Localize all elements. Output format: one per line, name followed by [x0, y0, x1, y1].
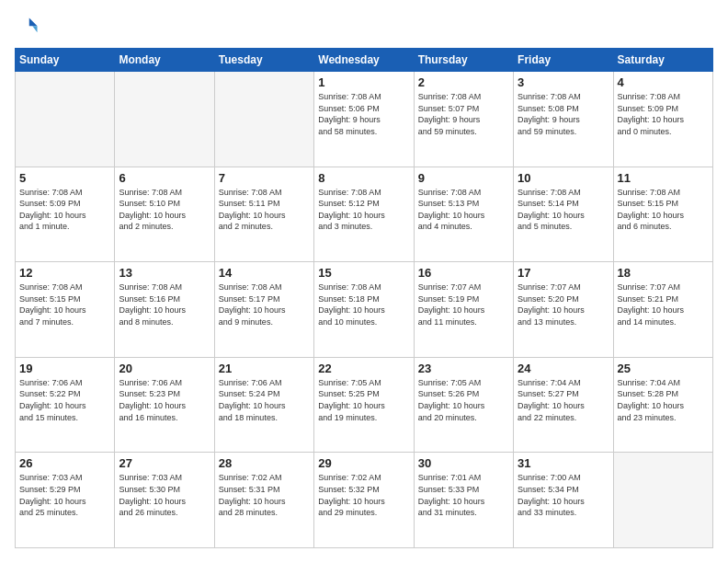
day-number: 1: [318, 75, 409, 89]
day-info: Sunrise: 7:08 AM Sunset: 5:09 PM Dayligh…: [19, 187, 110, 233]
weekday-wednesday: Wednesday: [314, 49, 414, 72]
calendar-cell: [613, 453, 712, 548]
calendar-cell: 30Sunrise: 7:01 AM Sunset: 5:33 PM Dayli…: [414, 453, 513, 548]
calendar-cell: 14Sunrise: 7:08 AM Sunset: 5:17 PM Dayli…: [214, 262, 313, 358]
calendar-cell: 22Sunrise: 7:05 AM Sunset: 5:25 PM Dayli…: [314, 357, 414, 453]
calendar-cell: 10Sunrise: 7:08 AM Sunset: 5:14 PM Dayli…: [514, 167, 613, 262]
svg-marker-0: [29, 18, 38, 27]
logo: [15, 15, 44, 40]
day-number: 2: [418, 75, 509, 89]
day-info: Sunrise: 7:08 AM Sunset: 5:18 PM Dayligh…: [318, 282, 409, 327]
day-info: Sunrise: 7:08 AM Sunset: 5:13 PM Dayligh…: [418, 187, 509, 233]
calendar-cell: 11Sunrise: 7:08 AM Sunset: 5:15 PM Dayli…: [613, 167, 712, 262]
weekday-tuesday: Tuesday: [214, 49, 313, 72]
day-info: Sunrise: 7:01 AM Sunset: 5:33 PM Dayligh…: [418, 472, 509, 518]
day-number: 12: [19, 266, 110, 280]
calendar-cell: [16, 72, 115, 167]
calendar-cell: 16Sunrise: 7:07 AM Sunset: 5:19 PM Dayli…: [414, 262, 513, 358]
day-number: 13: [119, 266, 210, 280]
day-number: 3: [518, 75, 609, 89]
day-number: 26: [19, 456, 110, 470]
day-number: 29: [318, 456, 409, 470]
weekday-thursday: Thursday: [414, 49, 513, 72]
calendar-cell: 18Sunrise: 7:07 AM Sunset: 5:21 PM Dayli…: [613, 262, 712, 358]
week-row-4: 26Sunrise: 7:03 AM Sunset: 5:29 PM Dayli…: [16, 453, 713, 548]
day-info: Sunrise: 7:08 AM Sunset: 5:14 PM Dayligh…: [518, 187, 609, 233]
day-info: Sunrise: 7:05 AM Sunset: 5:26 PM Dayligh…: [418, 377, 509, 423]
day-number: 14: [219, 266, 310, 280]
logo-icon: [15, 15, 40, 40]
day-number: 23: [418, 362, 509, 375]
calendar-cell: 20Sunrise: 7:06 AM Sunset: 5:23 PM Dayli…: [115, 357, 214, 453]
calendar-cell: 1Sunrise: 7:08 AM Sunset: 5:06 PM Daylig…: [314, 72, 414, 167]
day-number: 17: [518, 266, 609, 280]
day-info: Sunrise: 7:04 AM Sunset: 5:28 PM Dayligh…: [618, 377, 709, 423]
calendar-cell: 29Sunrise: 7:02 AM Sunset: 5:32 PM Dayli…: [314, 453, 414, 548]
day-number: 18: [618, 266, 709, 280]
weekday-monday: Monday: [115, 49, 214, 72]
calendar-cell: [115, 72, 214, 167]
weekday-sunday: Sunday: [16, 49, 115, 72]
calendar-cell: 3Sunrise: 7:08 AM Sunset: 5:08 PM Daylig…: [514, 72, 613, 167]
day-info: Sunrise: 7:08 AM Sunset: 5:08 PM Dayligh…: [518, 91, 609, 137]
calendar-cell: 21Sunrise: 7:06 AM Sunset: 5:24 PM Dayli…: [214, 357, 313, 453]
day-number: 28: [219, 456, 310, 470]
day-number: 22: [318, 362, 409, 375]
calendar-table: SundayMondayTuesdayWednesdayThursdayFrid…: [15, 48, 713, 548]
day-number: 20: [119, 362, 210, 375]
calendar-cell: 5Sunrise: 7:08 AM Sunset: 5:09 PM Daylig…: [16, 167, 115, 262]
day-info: Sunrise: 7:07 AM Sunset: 5:21 PM Dayligh…: [618, 282, 709, 327]
day-info: Sunrise: 7:05 AM Sunset: 5:25 PM Dayligh…: [318, 377, 409, 423]
day-info: Sunrise: 7:02 AM Sunset: 5:31 PM Dayligh…: [219, 472, 310, 518]
day-number: 31: [518, 456, 609, 470]
calendar-cell: 27Sunrise: 7:03 AM Sunset: 5:30 PM Dayli…: [115, 453, 214, 548]
calendar-cell: 23Sunrise: 7:05 AM Sunset: 5:26 PM Dayli…: [414, 357, 513, 453]
svg-marker-1: [32, 26, 37, 32]
calendar-cell: 31Sunrise: 7:00 AM Sunset: 5:34 PM Dayli…: [514, 453, 613, 548]
calendar-cell: 8Sunrise: 7:08 AM Sunset: 5:12 PM Daylig…: [314, 167, 414, 262]
day-info: Sunrise: 7:08 AM Sunset: 5:16 PM Dayligh…: [119, 282, 210, 327]
day-info: Sunrise: 7:06 AM Sunset: 5:23 PM Dayligh…: [119, 377, 210, 423]
day-number: 8: [318, 171, 409, 185]
calendar-cell: 25Sunrise: 7:04 AM Sunset: 5:28 PM Dayli…: [613, 357, 712, 453]
day-number: 5: [19, 171, 110, 185]
calendar-cell: 26Sunrise: 7:03 AM Sunset: 5:29 PM Dayli…: [16, 453, 115, 548]
calendar-cell: 28Sunrise: 7:02 AM Sunset: 5:31 PM Dayli…: [214, 453, 313, 548]
calendar-cell: 15Sunrise: 7:08 AM Sunset: 5:18 PM Dayli…: [314, 262, 414, 358]
calendar-cell: 4Sunrise: 7:08 AM Sunset: 5:09 PM Daylig…: [613, 72, 712, 167]
calendar-cell: 9Sunrise: 7:08 AM Sunset: 5:13 PM Daylig…: [414, 167, 513, 262]
day-info: Sunrise: 7:03 AM Sunset: 5:29 PM Dayligh…: [19, 472, 110, 518]
page: SundayMondayTuesdayWednesdayThursdayFrid…: [0, 0, 728, 563]
week-row-0: 1Sunrise: 7:08 AM Sunset: 5:06 PM Daylig…: [16, 72, 713, 167]
day-info: Sunrise: 7:08 AM Sunset: 5:17 PM Dayligh…: [219, 282, 310, 327]
calendar-cell: 24Sunrise: 7:04 AM Sunset: 5:27 PM Dayli…: [514, 357, 613, 453]
calendar-cell: [214, 72, 313, 167]
week-row-2: 12Sunrise: 7:08 AM Sunset: 5:15 PM Dayli…: [16, 262, 713, 358]
day-info: Sunrise: 7:07 AM Sunset: 5:19 PM Dayligh…: [418, 282, 509, 327]
calendar-cell: 19Sunrise: 7:06 AM Sunset: 5:22 PM Dayli…: [16, 357, 115, 453]
day-number: 4: [618, 75, 709, 89]
day-number: 21: [219, 362, 310, 375]
calendar-cell: 13Sunrise: 7:08 AM Sunset: 5:16 PM Dayli…: [115, 262, 214, 358]
day-info: Sunrise: 7:02 AM Sunset: 5:32 PM Dayligh…: [318, 472, 409, 518]
day-number: 24: [518, 362, 609, 375]
day-info: Sunrise: 7:08 AM Sunset: 5:11 PM Dayligh…: [219, 187, 310, 233]
day-info: Sunrise: 7:03 AM Sunset: 5:30 PM Dayligh…: [119, 472, 210, 518]
day-number: 9: [418, 171, 509, 185]
day-info: Sunrise: 7:07 AM Sunset: 5:20 PM Dayligh…: [518, 282, 609, 327]
day-number: 16: [418, 266, 509, 280]
calendar-cell: 2Sunrise: 7:08 AM Sunset: 5:07 PM Daylig…: [414, 72, 513, 167]
day-info: Sunrise: 7:08 AM Sunset: 5:10 PM Dayligh…: [119, 187, 210, 233]
header: [15, 15, 713, 40]
week-row-3: 19Sunrise: 7:06 AM Sunset: 5:22 PM Dayli…: [16, 357, 713, 453]
day-number: 30: [418, 456, 509, 470]
calendar-cell: 7Sunrise: 7:08 AM Sunset: 5:11 PM Daylig…: [214, 167, 313, 262]
weekday-friday: Friday: [514, 49, 613, 72]
calendar-cell: 17Sunrise: 7:07 AM Sunset: 5:20 PM Dayli…: [514, 262, 613, 358]
day-info: Sunrise: 7:06 AM Sunset: 5:24 PM Dayligh…: [219, 377, 310, 423]
day-info: Sunrise: 7:08 AM Sunset: 5:06 PM Dayligh…: [318, 91, 409, 137]
calendar-cell: 12Sunrise: 7:08 AM Sunset: 5:15 PM Dayli…: [16, 262, 115, 358]
day-number: 25: [618, 362, 709, 375]
day-number: 19: [19, 362, 110, 375]
day-info: Sunrise: 7:06 AM Sunset: 5:22 PM Dayligh…: [19, 377, 110, 423]
